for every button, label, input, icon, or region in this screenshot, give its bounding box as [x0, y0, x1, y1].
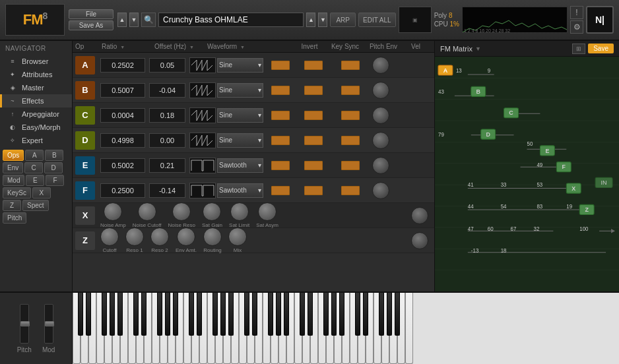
black-key[interactable] — [268, 293, 273, 336]
op-d-keysync[interactable] — [295, 136, 332, 145]
black-key[interactable] — [173, 293, 178, 336]
nav-easy-morph[interactable]: ◐ Easy/Morph — [0, 121, 72, 134]
mix-knob[interactable] — [228, 228, 247, 246]
black-key[interactable] — [284, 293, 289, 336]
matrix-save-button[interactable]: Save — [588, 44, 614, 53]
op-d-ratio[interactable]: 0.4998 — [100, 133, 145, 148]
black-key[interactable] — [133, 293, 139, 336]
save-as-button[interactable]: Save As — [69, 20, 114, 30]
tab-a[interactable]: A — [25, 150, 44, 161]
op-f-pitchenv[interactable] — [332, 186, 369, 195]
op-b-invert[interactable] — [266, 86, 295, 95]
op-a-pitchenv[interactable] — [332, 61, 369, 70]
black-key[interactable] — [323, 293, 329, 336]
nav-browser[interactable]: ≡ Browser — [0, 55, 72, 68]
nav-effects[interactable]: ~ Effects — [0, 94, 72, 107]
sat-limit-knob[interactable] — [230, 202, 249, 221]
edit-all-button[interactable]: EDIT ALL — [358, 13, 396, 27]
op-c-keysync[interactable] — [295, 111, 332, 120]
black-key[interactable] — [387, 293, 392, 336]
op-b-keysync[interactable] — [295, 86, 332, 95]
op-b-ratio[interactable]: 0.5007 — [100, 83, 145, 98]
op-c-ratio[interactable]: 0.0004 — [100, 108, 145, 123]
black-key[interactable] — [300, 293, 305, 336]
preset-nav-up[interactable]: ▲ — [306, 13, 315, 27]
op-f-waveform-select[interactable]: Sawtooth▾ — [217, 183, 263, 198]
tab-pitch[interactable]: Pitch — [3, 212, 26, 224]
cutoff-knob[interactable] — [100, 228, 119, 246]
arp-button[interactable]: ARP — [330, 13, 356, 27]
tab-z[interactable]: Z — [3, 200, 21, 211]
black-key[interactable] — [110, 293, 115, 336]
sat-gain-knob[interactable] — [203, 202, 221, 221]
reso2-knob[interactable] — [150, 228, 169, 246]
op-x-vel-knob[interactable] — [408, 207, 432, 224]
op-e-ratio[interactable]: 0.5002 — [100, 158, 145, 173]
routing-knob[interactable] — [203, 228, 222, 246]
nav-expert[interactable]: ✧ Expert — [0, 134, 72, 147]
op-a-keysync[interactable] — [295, 61, 332, 70]
op-f-ratio[interactable]: 0.2500 — [100, 183, 145, 198]
black-key[interactable] — [379, 293, 384, 336]
black-key[interactable] — [331, 293, 337, 336]
tab-x[interactable]: X — [32, 187, 51, 198]
nav-arpeggiator[interactable]: ↑ Arpeggiator — [0, 107, 72, 121]
black-key[interactable] — [220, 293, 226, 336]
tab-ops[interactable]: Ops — [3, 150, 24, 161]
op-b-vel-knob[interactable] — [369, 82, 393, 99]
op-e-vel-knob[interactable] — [369, 157, 393, 174]
black-key[interactable] — [141, 293, 147, 336]
black-key[interactable] — [157, 293, 162, 336]
env-amt-knob[interactable] — [177, 228, 195, 246]
alert-button[interactable]: ! — [570, 6, 583, 19]
op-f-keysync[interactable] — [295, 186, 332, 195]
black-key[interactable] — [102, 293, 107, 336]
op-c-pitchenv[interactable] — [332, 111, 369, 120]
preset-name[interactable]: Crunchy Bass OHMLAE — [158, 13, 304, 27]
file-button[interactable]: File — [69, 9, 114, 19]
op-e-waveform-select[interactable]: Sawtooth▾ — [217, 158, 263, 173]
reso1-knob[interactable] — [125, 228, 144, 246]
black-key[interactable] — [363, 293, 368, 336]
settings-button[interactable]: ⚙ — [570, 20, 583, 34]
black-key[interactable] — [308, 293, 313, 336]
mod-slider[interactable] — [44, 304, 53, 344]
black-key[interactable] — [244, 293, 249, 336]
op-f-offset[interactable]: -0.14 — [149, 183, 185, 198]
white-key[interactable] — [405, 293, 413, 364]
preset-arrow-up[interactable]: ▲ — [117, 13, 127, 27]
matrix-settings-icon[interactable]: ⊞ — [572, 44, 585, 54]
black-key[interactable] — [395, 293, 400, 336]
tab-e[interactable]: E — [26, 175, 44, 186]
op-d-vel-knob[interactable] — [369, 132, 393, 149]
op-f-invert[interactable] — [266, 186, 295, 195]
op-a-ratio[interactable]: 0.2502 — [100, 58, 145, 73]
black-key[interactable] — [276, 293, 281, 336]
preset-nav-down[interactable]: ▼ — [318, 13, 327, 27]
tab-keysc[interactable]: KeySc — [3, 187, 31, 198]
tab-mod[interactable]: Mod — [3, 175, 24, 186]
black-key[interactable] — [197, 293, 202, 336]
op-e-pitchenv[interactable] — [332, 161, 369, 170]
black-key[interactable] — [252, 293, 257, 336]
noise-amp-knob[interactable] — [104, 202, 122, 221]
black-key[interactable] — [117, 293, 123, 336]
sat-asym-knob[interactable] — [258, 202, 277, 221]
op-a-invert[interactable] — [266, 61, 295, 70]
op-z-vel-knob[interactable] — [408, 232, 432, 249]
nav-master[interactable]: ◈ Master — [0, 81, 72, 94]
noise-cutoff-knob[interactable] — [138, 202, 156, 221]
noise-reso-knob[interactable] — [172, 202, 191, 221]
search-icon[interactable]: 🔍 — [141, 13, 156, 27]
tab-d[interactable]: D — [44, 162, 63, 173]
op-d-waveform-select[interactable]: Sine▾ — [217, 133, 263, 148]
tab-b[interactable]: B — [45, 150, 63, 161]
op-a-offset[interactable]: 0.05 — [149, 58, 185, 73]
tab-env[interactable]: Env — [3, 162, 23, 173]
black-key[interactable] — [212, 293, 218, 336]
op-e-keysync[interactable] — [295, 161, 332, 170]
tab-spect[interactable]: Spect — [22, 200, 49, 211]
op-b-waveform-select[interactable]: Sine▾ — [217, 83, 263, 98]
black-key[interactable] — [86, 293, 91, 336]
op-c-invert[interactable] — [266, 111, 295, 120]
